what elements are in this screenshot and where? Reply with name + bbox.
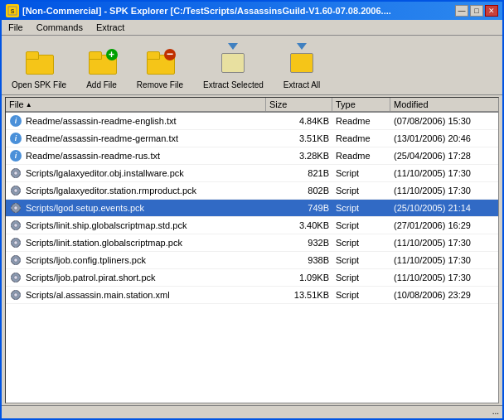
file-cell-type: Script xyxy=(332,183,390,198)
file-cell-name: Scripts/linit.ship.globalscriptmap.std.p… xyxy=(6,218,266,233)
file-cell-size: 1.09KB xyxy=(266,270,332,285)
file-list-header: File ▲ Size Type Modified xyxy=(6,98,498,113)
open-spk-label: Open SPK File xyxy=(12,80,66,89)
svg-rect-18 xyxy=(11,207,12,209)
file-cell-modified: (11/10/2005) 17:30 xyxy=(390,166,498,181)
file-name: Scripts/lgalaxyeditor.obj.installware.pc… xyxy=(26,168,184,178)
svg-rect-41 xyxy=(15,281,17,282)
file-cell-type: Readme xyxy=(332,131,390,146)
file-cell-size: 4.84KB xyxy=(266,113,332,128)
svg-rect-24 xyxy=(11,224,12,226)
file-cell-modified: (25/04/2006) 17:28 xyxy=(390,148,498,163)
table-row[interactable]: Scripts/lgod.setup.events.pck749BScript(… xyxy=(6,200,498,217)
table-row[interactable]: Scripts/lgalaxyeditor.obj.installware.pc… xyxy=(6,165,498,182)
maximize-button[interactable]: □ xyxy=(470,5,483,17)
menu-commands[interactable]: Commands xyxy=(33,22,86,33)
svg-point-21 xyxy=(14,224,17,227)
file-cell-modified: (11/10/2005) 17:30 xyxy=(390,183,498,198)
script-icon xyxy=(9,219,22,232)
file-cell-size: 3.28KB xyxy=(266,148,332,163)
menu-file[interactable]: File xyxy=(5,22,27,33)
extract-arrow-icon xyxy=(228,43,238,50)
table-row[interactable]: Scripts/ljob.config.tpliners.pck938BScri… xyxy=(6,252,498,269)
file-cell-name: iReadme/assassin-readme-english.txt xyxy=(6,113,266,128)
window-title: [Non-Commercial] - SPK Explorer [C:/Test… xyxy=(22,6,391,16)
app-icon: S xyxy=(6,4,19,17)
menu-extract[interactable]: Extract xyxy=(93,22,128,33)
file-cell-type: Script xyxy=(332,235,390,250)
file-name: Readme/assassin-readme-rus.txt xyxy=(26,151,160,161)
file-list-container: File ▲ Size Type Modified iReadme/assass… xyxy=(5,97,499,403)
add-file-icon: + xyxy=(87,48,117,78)
table-row[interactable]: Scripts/lgalaxyeditor.station.rmproduct.… xyxy=(6,182,498,200)
svg-rect-36 xyxy=(11,259,12,261)
table-row[interactable]: iReadme/assassin-readme-rus.txt3.28KBRea… xyxy=(6,147,498,165)
remove-file-button[interactable]: − Remove File xyxy=(133,46,187,91)
file-cell-type: Readme xyxy=(332,148,390,163)
remove-minus-icon: − xyxy=(164,49,176,60)
svg-rect-12 xyxy=(11,190,12,191)
col-header-type[interactable]: Type xyxy=(332,98,390,111)
col-header-modified[interactable]: Modified xyxy=(390,98,498,111)
svg-rect-30 xyxy=(11,242,12,244)
svg-rect-43 xyxy=(19,277,21,278)
file-cell-type: Readme xyxy=(332,113,390,128)
file-cell-name: iReadme/assassin-readme-rus.txt xyxy=(6,148,266,163)
script-icon xyxy=(9,236,22,249)
minimize-button[interactable]: — xyxy=(455,5,468,17)
open-spk-button[interactable]: Open SPK File xyxy=(8,46,70,91)
svg-text:S: S xyxy=(11,8,15,14)
file-list-body[interactable]: iReadme/assassin-readme-english.txt4.84K… xyxy=(6,113,498,403)
file-name: Scripts/ljob.patrol.pirat.short.pck xyxy=(26,273,156,282)
file-cell-type: Script xyxy=(332,166,390,181)
file-cell-size: 802B xyxy=(266,183,332,198)
file-cell-name: Scripts/linit.station.globalscriptmap.pc… xyxy=(6,235,266,250)
file-cell-modified: (11/10/2005) 17:30 xyxy=(390,270,498,285)
extract-box-icon xyxy=(221,53,245,73)
file-name: Readme/assassin-readme-german.txt xyxy=(26,133,178,143)
extract-selected-button[interactable]: Extract Selected xyxy=(200,46,267,91)
file-cell-size: 3.51KB xyxy=(266,131,332,146)
svg-point-45 xyxy=(14,293,17,297)
title-bar: S [Non-Commercial] - SPK Explorer [C:/Te… xyxy=(2,2,502,20)
add-file-label: Add File xyxy=(86,80,117,89)
table-row[interactable]: Scripts/linit.station.globalscriptmap.pc… xyxy=(6,234,498,252)
svg-rect-25 xyxy=(19,224,21,226)
file-cell-modified: (13/01/2006) 20:46 xyxy=(390,131,498,146)
file-name: Readme/assassin-readme-english.txt xyxy=(26,116,177,126)
svg-rect-16 xyxy=(15,203,17,205)
file-cell-modified: (07/08/2006) 15:30 xyxy=(390,113,498,128)
close-button[interactable]: ✕ xyxy=(485,5,498,17)
table-row[interactable]: Scripts/ljob.patrol.pirat.short.pck1.09K… xyxy=(6,269,498,287)
file-cell-size: 821B xyxy=(266,166,332,181)
svg-rect-17 xyxy=(15,211,17,213)
table-row[interactable]: Scripts/al.assassin.main.station.xml13.5… xyxy=(6,287,498,304)
open-spk-icon xyxy=(24,48,54,78)
file-cell-type: Script xyxy=(332,200,390,215)
file-cell-type: Script xyxy=(332,218,390,233)
menu-bar: File Commands Extract xyxy=(2,20,502,36)
col-header-size[interactable]: Size xyxy=(266,98,332,111)
svg-rect-47 xyxy=(15,298,17,300)
file-cell-size: 13.51KB xyxy=(266,287,332,302)
add-file-button[interactable]: + Add File xyxy=(83,46,120,91)
extract-selected-label: Extract Selected xyxy=(203,80,264,89)
col-header-file[interactable]: File ▲ xyxy=(6,98,266,111)
svg-rect-19 xyxy=(19,207,21,209)
info-icon: i xyxy=(9,132,22,145)
script-icon xyxy=(9,253,22,267)
extract-selected-icon xyxy=(218,48,248,78)
script-icon xyxy=(9,288,22,302)
table-row[interactable]: iReadme/assassin-readme-german.txt3.51KB… xyxy=(6,130,498,147)
svg-rect-29 xyxy=(15,246,17,248)
table-row[interactable]: Scripts/linit.ship.globalscriptmap.std.p… xyxy=(6,217,498,234)
info-icon: i xyxy=(9,114,22,128)
table-row[interactable]: iReadme/assassin-readme-english.txt4.84K… xyxy=(6,113,498,130)
extract-all-button[interactable]: Extract All xyxy=(280,46,323,91)
extract-all-arrow-icon xyxy=(297,43,307,50)
file-cell-modified: (11/10/2005) 17:30 xyxy=(390,253,498,268)
script-icon xyxy=(9,271,22,284)
file-cell-size: 749B xyxy=(266,200,332,215)
file-name: Scripts/linit.ship.globalscriptmap.std.p… xyxy=(26,220,187,230)
file-cell-modified: (11/10/2005) 17:30 xyxy=(390,235,498,250)
